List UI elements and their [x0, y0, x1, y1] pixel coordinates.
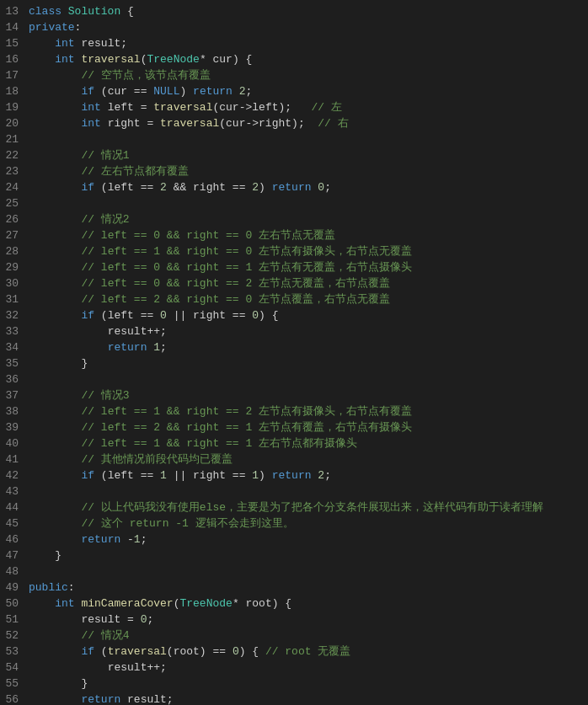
line-content: // 空节点，该节点有覆盖 — [25, 67, 588, 83]
code-line: 28 // left == 1 && right == 0 左节点有摄像头，右节… — [0, 243, 588, 259]
line-content: // 情况1 — [25, 147, 588, 163]
line-number: 30 — [0, 275, 25, 291]
line-content: result = 0; — [25, 612, 588, 628]
code-line: 56 return result; — [0, 692, 588, 705]
line-number: 28 — [0, 243, 25, 259]
line-number: 18 — [0, 83, 25, 99]
line-content: } — [25, 676, 588, 692]
line-number: 21 — [0, 131, 25, 147]
code-line: 29 // left == 0 && right == 1 左节点有无覆盖，右节… — [0, 259, 588, 275]
code-line: 51 result = 0; — [0, 612, 588, 628]
line-number: 44 — [0, 499, 25, 515]
line-content: int minCameraCover(TreeNode* root) { — [25, 596, 588, 612]
line-content: // left == 2 && right == 1 左节点有覆盖，右节点有摄像… — [25, 419, 588, 435]
line-content: // 情况3 — [25, 387, 588, 403]
line-content: public: — [25, 579, 588, 596]
line-content: // 情况2 — [25, 211, 588, 227]
line-number: 49 — [0, 579, 25, 596]
code-line: 27 // left == 0 && right == 0 左右节点无覆盖 — [0, 227, 588, 243]
line-number: 25 — [0, 195, 25, 211]
line-number: 22 — [0, 147, 25, 163]
code-line: 17 // 空节点，该节点有覆盖 — [0, 67, 588, 83]
code-line: 36 — [0, 371, 588, 387]
code-line: 54 result++; — [0, 660, 588, 676]
code-line: 16 int traversal(TreeNode* cur) { — [0, 51, 588, 67]
line-content: return result; — [25, 692, 588, 705]
code-line: 21 — [0, 131, 588, 147]
line-number: 40 — [0, 435, 25, 451]
line-content: // 情况4 — [25, 628, 588, 644]
line-content: int result; — [25, 35, 588, 51]
line-number: 19 — [0, 99, 25, 115]
line-number: 17 — [0, 67, 25, 83]
line-number: 14 — [0, 19, 25, 35]
line-content: if (left == 2 && right == 2) return 0; — [25, 179, 588, 195]
code-line: 14private: — [0, 19, 588, 35]
code-line: 50 int minCameraCover(TreeNode* root) { — [0, 596, 588, 612]
code-line: 47 } — [0, 547, 588, 563]
code-line: 24 if (left == 2 && right == 2) return 0… — [0, 179, 588, 195]
code-line: 41 // 其他情况前段代码均已覆盖 — [0, 451, 588, 467]
line-content: if (traversal(root) == 0) { // root 无覆盖 — [25, 644, 588, 660]
code-line: 48 — [0, 563, 588, 579]
code-line: 30 // left == 0 && right == 2 左节点无覆盖，右节点… — [0, 275, 588, 291]
code-line: 46 return -1; — [0, 531, 588, 547]
line-number: 54 — [0, 660, 25, 676]
line-number: 53 — [0, 644, 25, 660]
line-number: 56 — [0, 692, 25, 705]
line-content: if (left == 0 || right == 0) { — [25, 307, 588, 323]
code-line: 49public: — [0, 579, 588, 596]
code-line: 39 // left == 2 && right == 1 左节点有覆盖，右节点… — [0, 419, 588, 435]
code-line: 38 // left == 1 && right == 2 左节点有摄像头，右节… — [0, 403, 588, 419]
line-content: // left == 2 && right == 0 左节点覆盖，右节点无覆盖 — [25, 291, 588, 307]
line-content: } — [25, 355, 588, 371]
code-editor: 13class Solution {14private:15 int resul… — [0, 0, 588, 705]
line-content: // left == 0 && right == 1 左节点有无覆盖，右节点摄像… — [25, 259, 588, 275]
line-number: 34 — [0, 339, 25, 355]
code-line: 19 int left = traversal(cur->left); // 左 — [0, 99, 588, 115]
line-number: 29 — [0, 259, 25, 275]
line-content: private: — [25, 19, 588, 35]
line-content: // 以上代码我没有使用else，主要是为了把各个分支条件展现出来，这样代码有助… — [25, 499, 588, 515]
line-content: // left == 1 && right == 2 左节点有摄像头，右节点有覆… — [25, 403, 588, 419]
code-line: 20 int right = traversal(cur->right); //… — [0, 115, 588, 131]
line-content: int left = traversal(cur->left); // 左 — [25, 99, 588, 115]
line-content: // 左右节点都有覆盖 — [25, 163, 588, 179]
line-number: 27 — [0, 227, 25, 243]
line-number: 35 — [0, 355, 25, 371]
line-content: if (left == 1 || right == 1) return 2; — [25, 467, 588, 483]
line-number: 45 — [0, 515, 25, 531]
line-number: 47 — [0, 547, 25, 563]
code-line: 45 // 这个 return -1 逻辑不会走到这里。 — [0, 515, 588, 531]
code-line: 55 } — [0, 676, 588, 692]
line-content: class Solution { — [25, 3, 588, 19]
code-line: 40 // left == 1 && right == 1 左右节点都有摄像头 — [0, 435, 588, 451]
code-line: 52 // 情况4 — [0, 628, 588, 644]
line-content: // left == 0 && right == 2 左节点无覆盖，右节点覆盖 — [25, 275, 588, 291]
line-content: // left == 0 && right == 0 左右节点无覆盖 — [25, 227, 588, 243]
line-number: 38 — [0, 403, 25, 419]
code-line: 43 — [0, 483, 588, 499]
line-content: // left == 1 && right == 1 左右节点都有摄像头 — [25, 435, 588, 451]
line-content: int traversal(TreeNode* cur) { — [25, 51, 588, 67]
code-line: 31 // left == 2 && right == 0 左节点覆盖，右节点无… — [0, 291, 588, 307]
code-line: 35 } — [0, 355, 588, 371]
line-content: if (cur == NULL) return 2; — [25, 83, 588, 99]
line-content: // left == 1 && right == 0 左节点有摄像头，右节点无覆… — [25, 243, 588, 259]
line-number: 37 — [0, 387, 25, 403]
line-content: return 1; — [25, 339, 588, 355]
line-number: 55 — [0, 676, 25, 692]
code-line: 44 // 以上代码我没有使用else，主要是为了把各个分支条件展现出来，这样代… — [0, 499, 588, 515]
line-number: 16 — [0, 51, 25, 67]
code-line: 18 if (cur == NULL) return 2; — [0, 83, 588, 99]
line-number: 33 — [0, 323, 25, 339]
code-line: 25 — [0, 195, 588, 211]
line-content: result++; — [25, 660, 588, 676]
line-number: 32 — [0, 307, 25, 323]
line-number: 23 — [0, 163, 25, 179]
line-number: 13 — [0, 3, 25, 19]
line-number: 50 — [0, 596, 25, 612]
line-number: 15 — [0, 35, 25, 51]
code-line: 26 // 情况2 — [0, 211, 588, 227]
line-number: 26 — [0, 211, 25, 227]
